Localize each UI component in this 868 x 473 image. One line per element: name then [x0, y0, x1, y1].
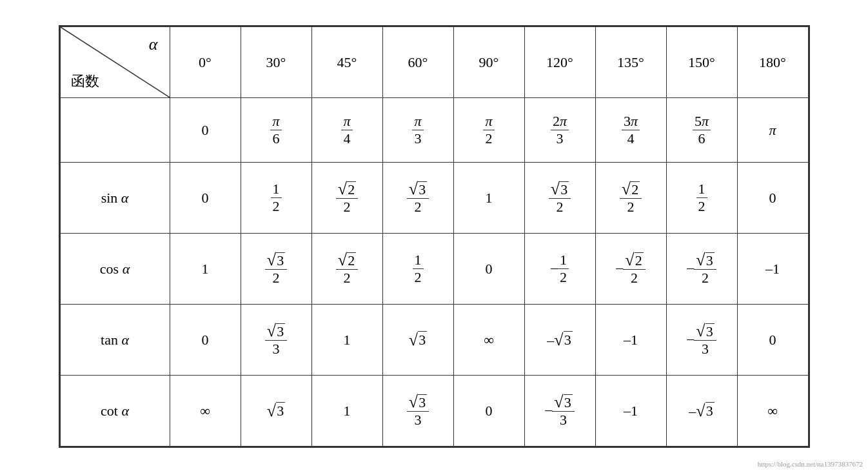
degree-30: 30°: [241, 27, 311, 98]
tan-60: √3: [382, 305, 453, 376]
radian-0: 0: [170, 98, 241, 163]
degree-0: 0°: [170, 27, 241, 98]
tan-row: tan α 0 √3 3 1 √3 ∞ –√3 –1 –: [60, 305, 808, 376]
radian-pi4: π 4: [311, 98, 382, 163]
cot-60: √3 3: [382, 376, 453, 447]
radian-label: [60, 98, 170, 163]
cot-180: ∞: [737, 376, 808, 447]
cot-120: – √3 3: [524, 376, 595, 447]
frac-3pi4: 3π 4: [622, 114, 640, 146]
tan-135: –1: [595, 305, 666, 376]
hanshu-label: 函数: [71, 72, 99, 91]
degree-180: 180°: [737, 27, 808, 98]
sin-label: sin α: [60, 163, 170, 234]
degree-60: 60°: [382, 27, 453, 98]
tan-90: ∞: [453, 305, 524, 376]
frac-pi6: π 6: [270, 114, 281, 146]
cos-90: 0: [453, 234, 524, 305]
sin-150: 1 2: [666, 163, 737, 234]
cos-0: 1: [170, 234, 241, 305]
sin-120: √3 2: [524, 163, 595, 234]
cos-30: √3 2: [241, 234, 311, 305]
sin-135: √2 2: [595, 163, 666, 234]
degree-row: α 函数 0° 30° 45° 60° 90° 120° 135° 150° 1…: [60, 27, 808, 98]
degree-135: 135°: [595, 27, 666, 98]
cos-label: cos α: [60, 234, 170, 305]
tan-30: √3 3: [241, 305, 311, 376]
cot-90: 0: [453, 376, 524, 447]
cos-180: –1: [737, 234, 808, 305]
radian-2pi3: 2π 3: [524, 98, 595, 163]
sin-180: 0: [737, 163, 808, 234]
tan-45: 1: [311, 305, 382, 376]
frac-pi3: π 3: [412, 114, 423, 146]
frac-pi4: π 4: [341, 114, 352, 146]
cot-135: –1: [595, 376, 666, 447]
degree-150: 150°: [666, 27, 737, 98]
sin-row: sin α 0 1 2 √2 2 √3: [60, 163, 808, 234]
radian-3pi4: 3π 4: [595, 98, 666, 163]
frac-pi2: π 2: [483, 114, 494, 146]
tan-180: 0: [737, 305, 808, 376]
frac-5pi6: 5π 6: [693, 114, 711, 146]
frac-2pi3: 2π 3: [551, 114, 569, 146]
cos-150: – √3 2: [666, 234, 737, 305]
cot-label: cot α: [60, 376, 170, 447]
tan-150: – √3 3: [666, 305, 737, 376]
sin-60: √3 2: [382, 163, 453, 234]
cos-135: – √2 2: [595, 234, 666, 305]
degree-45: 45°: [311, 27, 382, 98]
sin-45: √2 2: [311, 163, 382, 234]
watermark: https://blog.csdn.net/na13973837672: [758, 460, 863, 468]
radian-pi2: π 2: [453, 98, 524, 163]
cos-60: 1 2: [382, 234, 453, 305]
cos-120: –12: [524, 234, 595, 305]
cot-45: 1: [311, 376, 382, 447]
trig-table: α 函数 0° 30° 45° 60° 90° 120° 135° 150° 1…: [60, 26, 809, 447]
tan-label: tan α: [60, 305, 170, 376]
sin-0: 0: [170, 163, 241, 234]
tan-0: 0: [170, 305, 241, 376]
alpha-label: α: [149, 35, 158, 54]
cot-0: ∞: [170, 376, 241, 447]
radian-pi6: π 6: [241, 98, 311, 163]
cos-45: √2 2: [311, 234, 382, 305]
degree-120: 120°: [524, 27, 595, 98]
radian-pi3: π 3: [382, 98, 453, 163]
tan-120: –√3: [524, 305, 595, 376]
cot-30: √3: [241, 376, 311, 447]
degree-90: 90°: [453, 27, 524, 98]
cos-row: cos α 1 √3 2 √2 2: [60, 234, 808, 305]
header-cell: α 函数: [60, 27, 170, 98]
cot-row: cot α ∞ √3 1 √3 3 0 – √3: [60, 376, 808, 447]
radian-row: 0 π 6 π 4 π 3 π: [60, 98, 808, 163]
trig-table-wrapper: α 函数 0° 30° 45° 60° 90° 120° 135° 150° 1…: [59, 25, 810, 448]
cot-150: –√3: [666, 376, 737, 447]
radian-pi: π: [737, 98, 808, 163]
sin-30: 1 2: [241, 163, 311, 234]
radian-5pi6: 5π 6: [666, 98, 737, 163]
sin-90: 1: [453, 163, 524, 234]
